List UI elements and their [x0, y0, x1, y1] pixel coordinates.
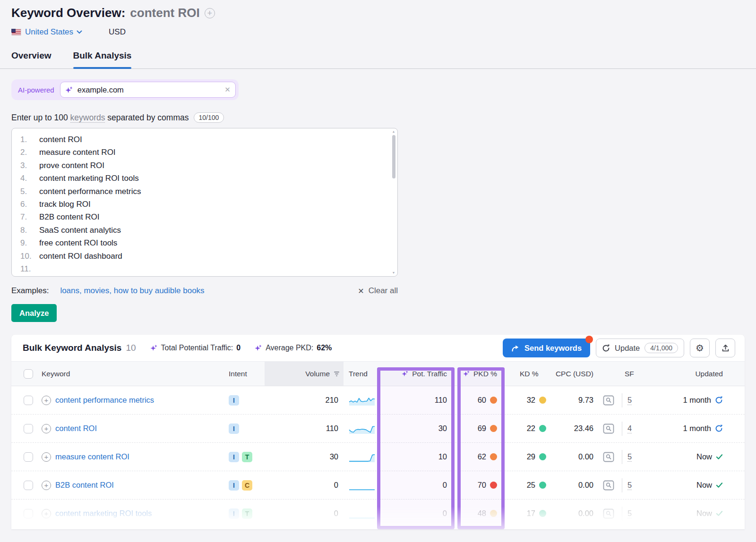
scroll-down-icon[interactable]: ▼ [392, 271, 395, 275]
table-row: +measure content ROIIT301062290.005Now [11, 443, 745, 471]
domain-input[interactable]: example.com ✕ [60, 82, 236, 98]
pkd-dot [490, 510, 497, 517]
average-pkd: Average PKD:62% [255, 344, 332, 352]
clear-domain-icon[interactable]: ✕ [224, 85, 231, 94]
tab-bulk-analysis[interactable]: Bulk Analysis [73, 51, 132, 68]
settings-button[interactable]: ⚙ [690, 339, 710, 357]
sf-value[interactable]: 5 [627, 481, 632, 490]
pkd-cell: 60 [460, 386, 497, 414]
pkd-dot [490, 453, 497, 460]
keyword-link[interactable]: content performance metrics [55, 396, 154, 405]
trend-sparkline [349, 471, 376, 499]
location-row: United States USD [11, 26, 745, 38]
location-selector[interactable]: United States [25, 27, 82, 37]
analyze-button[interactable]: Analyze [11, 304, 57, 322]
expand-keyword-icon[interactable]: + [42, 452, 51, 462]
divider [622, 393, 622, 407]
column-sf[interactable]: SF [625, 362, 634, 386]
pot-traffic-cell: 0 [381, 500, 447, 527]
pkd-dot [490, 397, 497, 404]
refresh-icon[interactable] [715, 396, 723, 404]
column-intent[interactable]: Intent [229, 362, 247, 386]
sf-value[interactable]: 5 [627, 396, 632, 405]
keyword-link[interactable]: content marketing ROI tools [55, 509, 152, 518]
update-button[interactable]: Update 4/1,000 [596, 339, 684, 357]
keyword-link[interactable]: content ROI [55, 424, 97, 433]
table-row: +content marketing ROI toolsIT0048170.00… [11, 500, 745, 528]
intent-badge-t: T [242, 508, 252, 519]
trend-sparkline [349, 415, 376, 442]
sf-value[interactable]: 5 [627, 452, 632, 462]
expand-keyword-icon[interactable]: + [42, 509, 51, 518]
sparkle-icon [463, 370, 470, 377]
column-keyword[interactable]: Keyword [42, 362, 70, 386]
row-checkbox[interactable] [24, 452, 33, 462]
refresh-icon[interactable] [715, 424, 723, 432]
expand-keyword-icon[interactable]: + [42, 396, 51, 405]
now-check-icon [716, 510, 723, 517]
divider [622, 422, 622, 436]
add-keyword-icon[interactable]: + [205, 8, 215, 18]
row-checkbox[interactable] [24, 509, 33, 518]
serp-features-icon[interactable] [603, 500, 617, 527]
pot-traffic-cell: 10 [381, 443, 447, 471]
keyword-list-item: 1.content ROI [20, 133, 386, 146]
forward-arrow-icon [511, 345, 520, 352]
column-updated[interactable]: Updated [640, 362, 723, 386]
intent-badge-t: T [242, 452, 252, 462]
select-all-checkbox[interactable] [24, 369, 33, 379]
kd-cell: 25 [512, 471, 546, 499]
keyword-list-item: 2.measure content ROI [20, 146, 386, 159]
keywords-textarea[interactable]: 1.content ROI2.measure content ROI3.prov… [11, 128, 398, 277]
table-row: +content performance metricsI21011060329… [11, 386, 745, 415]
sf-value[interactable]: 5 [627, 509, 632, 518]
sf-value[interactable]: 4 [627, 424, 632, 433]
cpc-cell: 23.46 [545, 415, 593, 442]
clear-all-icon: ✕ [358, 287, 364, 296]
trend-sparkline [349, 443, 376, 471]
row-checkbox[interactable] [24, 424, 33, 433]
intent-badge-i: I [229, 480, 239, 491]
serp-features-icon[interactable] [603, 471, 617, 499]
examples-link[interactable]: loans, movies, how to buy audible books [60, 286, 204, 296]
column-trend[interactable]: Trend [349, 362, 368, 386]
column-kd[interactable]: KD % [520, 362, 539, 386]
row-checkbox[interactable] [24, 396, 33, 405]
serp-features-icon[interactable] [603, 386, 617, 414]
keyword-list-item: 7.B2B content ROI [20, 211, 386, 223]
examples-row: Examples: loans, movies, how to buy audi… [11, 286, 398, 296]
serp-features-icon[interactable] [603, 443, 617, 471]
scrollbar[interactable]: ▲ ▼ [391, 129, 396, 275]
row-checkbox[interactable] [24, 481, 33, 490]
intent-badge-i: I [229, 395, 239, 406]
page-title: Keyword Overview: content ROI + [11, 6, 745, 20]
trend-sparkline [349, 500, 376, 527]
send-keywords-button[interactable]: Send keywords [503, 339, 590, 357]
expand-keyword-icon[interactable]: + [42, 481, 51, 490]
column-volume[interactable]: Volume [265, 362, 344, 386]
serp-features-icon[interactable] [603, 415, 617, 442]
keyword-link[interactable]: measure content ROI [55, 452, 129, 461]
bulk-table: Keyword Intent Volume Trend Pot. Traffic… [11, 362, 745, 529]
keyword-list: 1.content ROI2.measure content ROI3.prov… [20, 133, 386, 275]
sparkle-icon [402, 370, 409, 377]
column-pot-traffic[interactable]: Pot. Traffic [381, 362, 447, 386]
pot-traffic-cell: 30 [381, 415, 447, 442]
scroll-up-icon[interactable]: ▲ [392, 129, 395, 134]
keywords-term[interactable]: keywords [70, 113, 105, 123]
column-cpc[interactable]: CPC (USD) [545, 362, 593, 386]
keyword-link[interactable]: B2B content ROI [55, 481, 114, 490]
tab-overview[interactable]: Overview [11, 51, 52, 68]
scrollbar-thumb[interactable] [392, 135, 395, 178]
volume-cell: 0 [265, 500, 338, 527]
total-potential-traffic: Total Potential Traffic:0 [150, 344, 241, 352]
expand-keyword-icon[interactable]: + [42, 424, 51, 433]
clear-all-button[interactable]: ✕ Clear all [358, 286, 398, 296]
column-pkd[interactable]: PKD % [457, 362, 497, 386]
intent-badges: IT [229, 443, 252, 471]
kd-cell: 29 [512, 443, 546, 471]
keyword-list-item: 10.content ROI dashboard [20, 250, 386, 263]
export-button[interactable] [715, 339, 735, 357]
pot-traffic-cell: 0 [381, 471, 447, 499]
bulk-analysis-card: Bulk Keyword Analysis 10 Total Potential… [11, 335, 745, 529]
